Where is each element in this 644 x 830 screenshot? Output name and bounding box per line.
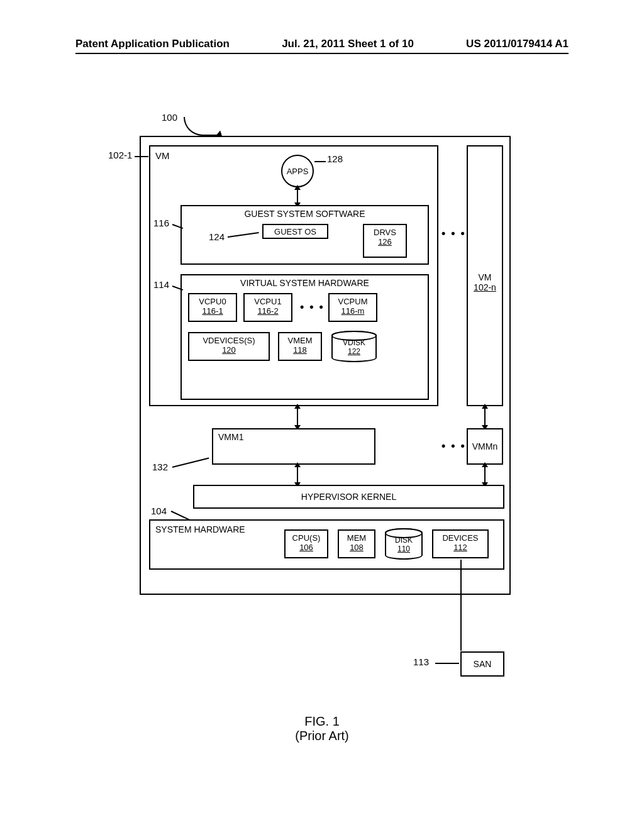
leader-100 [184, 117, 221, 136]
vcpu-dots: • • • [300, 301, 325, 314]
mem-box: MEM 108 [338, 529, 375, 558]
apps-label: APPS [287, 167, 309, 176]
header-left: Patent Application Publication [75, 38, 230, 50]
vdisk-label: VDISK [343, 338, 365, 347]
vm-dots: • • • [441, 227, 466, 240]
page: Patent Application Publication Jul. 21, … [0, 0, 644, 830]
ref-128: 128 [327, 153, 343, 164]
vm-n-box: VM 102-n [467, 145, 503, 406]
vmem-box: VMEM 118 [278, 332, 322, 361]
ref-104: 104 [151, 506, 167, 516]
devices-box: DEVICES 112 [432, 529, 489, 558]
ref-132: 132 [152, 462, 168, 472]
vcpu1-label: VCPU1 [254, 297, 281, 306]
drvs-label: DRVS [374, 228, 396, 237]
mem-num: 108 [350, 543, 364, 552]
leader-113 [435, 663, 459, 664]
arrow-apps-gss [297, 189, 298, 204]
disk-label: DISK [395, 536, 413, 545]
san-label: SAN [474, 659, 492, 669]
vmm-dots: • • • [441, 440, 466, 453]
vcpum-num: 116-m [341, 306, 365, 316]
disk-num: 110 [397, 545, 410, 553]
line-devices-san [460, 560, 462, 651]
vcpu1-num: 116-2 [257, 306, 278, 316]
vm-title: VM [155, 150, 170, 161]
vmem-label: VMEM [288, 336, 313, 345]
vsh-title: VIRTUAL SYSTEM HARDWARE [182, 278, 428, 288]
cpus-box: CPU(S) 106 [284, 529, 328, 558]
ref-100: 100 [162, 112, 177, 123]
vdisk-cylinder: VDISK 122 [331, 331, 377, 362]
header-right: US 2011/0179414 A1 [466, 38, 569, 50]
vmn-num: 102-n [474, 282, 496, 292]
arrow-vm-vmm1 [297, 407, 298, 426]
apps-circle: APPS [281, 155, 314, 187]
drvs-num: 126 [378, 237, 392, 246]
arrow-vmn-vmmn [484, 407, 486, 426]
vmmn-label: VMMn [472, 441, 497, 451]
vcpu0-box: VCPU0 116-1 [188, 293, 237, 322]
figure-number: FIG. 1 [127, 714, 517, 729]
guest-os-label: GUEST OS [274, 227, 316, 236]
figure-caption: FIG. 1 (Prior Art) [127, 714, 517, 743]
devices-num: 112 [453, 543, 467, 552]
page-header: Patent Application Publication Jul. 21, … [75, 38, 569, 54]
vdisk-num: 122 [348, 347, 360, 356]
leader-102-1 [135, 156, 148, 157]
vmm1-box: VMM1 [212, 428, 375, 465]
arrow-vmmn-hyp [484, 466, 486, 484]
vmem-num: 118 [293, 345, 307, 355]
san-box: SAN [460, 651, 504, 677]
vcpu0-num: 116-1 [202, 306, 223, 316]
hypervisor-box: HYPERVISOR KERNEL [193, 485, 504, 509]
guest-os-box: GUEST OS [262, 224, 328, 239]
vdevices-label: VDEVICES(S) [203, 336, 255, 345]
gss-title: GUEST SYSTEM SOFTWARE [182, 209, 428, 219]
vcpum-label: VCPUM [338, 297, 368, 306]
vmn-label: VM [479, 272, 492, 282]
cpus-num: 106 [299, 543, 313, 552]
vcpu1-box: VCPU1 116-2 [243, 293, 292, 322]
ref-113: 113 [413, 656, 429, 667]
vdevices-box: VDEVICES(S) 120 [188, 332, 270, 361]
ref-114: 114 [153, 279, 169, 290]
vmm1-label: VMM1 [218, 432, 243, 442]
disk-cylinder: DISK 110 [385, 528, 423, 560]
devices-label: DEVICES [442, 533, 478, 543]
vdevices-num: 120 [222, 345, 236, 355]
arrow-vmm1-hyp [297, 466, 298, 484]
leader-128 [314, 161, 326, 162]
hypervisor-label: HYPERVISOR KERNEL [301, 492, 396, 502]
header-center: Jul. 21, 2011 Sheet 1 of 10 [282, 38, 414, 50]
syshw-title: SYSTEM HARDWARE [155, 524, 245, 534]
cpus-label: CPU(S) [292, 533, 321, 543]
figure-subtitle: (Prior Art) [127, 729, 517, 743]
vmmn-box: VMMn [467, 428, 503, 465]
ref-124: 124 [209, 231, 225, 242]
ref-116: 116 [153, 218, 169, 228]
drvs-box: DRVS 126 [363, 224, 407, 258]
ref-102-1: 102-1 [108, 150, 132, 160]
mem-label: MEM [347, 533, 366, 543]
vcpum-box: VCPUM 116-m [328, 293, 377, 322]
vcpu0-label: VCPU0 [199, 297, 226, 306]
